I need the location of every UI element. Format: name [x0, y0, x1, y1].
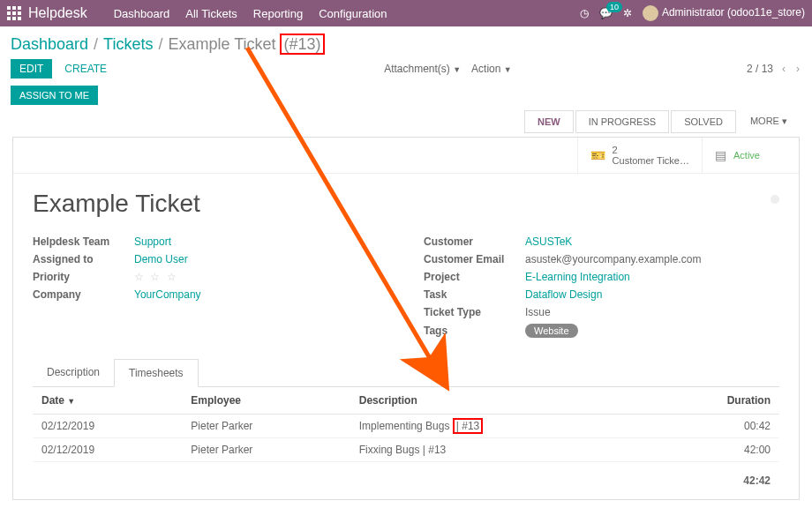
ticket-id-highlight: | #13	[453, 418, 483, 434]
clock-icon[interactable]: ◷	[580, 7, 589, 19]
stat-buttons: 🎫 2Customer Ticke… ▤ Active	[13, 138, 799, 174]
nav-all-tickets[interactable]: All Tickets	[185, 7, 237, 20]
breadcrumb-tickets[interactable]: Tickets	[103, 35, 153, 54]
breadcrumb-sep: /	[94, 35, 98, 54]
stage-in-progress[interactable]: IN PROGRESS	[575, 110, 669, 133]
fields-left: Helpdesk TeamSupport Assigned toDemo Use…	[33, 235, 388, 343]
label-team: Helpdesk Team	[33, 235, 134, 248]
timesheets-total: 42:42	[650, 462, 779, 493]
value-company[interactable]: YourCompany	[134, 288, 201, 301]
stage-solved[interactable]: SOLVED	[671, 110, 736, 133]
label-company: Company	[33, 288, 134, 301]
edit-button[interactable]: EDIT	[11, 59, 52, 78]
stages: NEW IN PROGRESS SOLVED MORE ▾	[524, 110, 800, 133]
breadcrumb-dashboard[interactable]: Dashboard	[11, 35, 88, 54]
table-row[interactable]: 02/12/2019Pieter ParkerImplementing Bugs…	[33, 415, 779, 438]
caret-down-icon: ▼	[504, 65, 512, 74]
kanban-state-dot[interactable]	[771, 195, 779, 204]
label-type: Ticket Type	[424, 306, 525, 318]
center-actions: Attachment(s) ▼ Action ▼	[384, 63, 512, 75]
pager-prev[interactable]: ‹	[780, 63, 787, 75]
nav-dashboard[interactable]: Dashboard	[114, 7, 170, 20]
value-team[interactable]: Support	[134, 235, 171, 248]
svg-rect-6	[7, 17, 11, 20]
sort-desc-icon: ▼	[67, 397, 75, 406]
svg-rect-8	[18, 17, 21, 20]
svg-rect-2	[18, 6, 21, 10]
label-assigned: Assigned to	[33, 253, 134, 265]
form-body: Example Ticket Helpdesk TeamSupport Assi…	[13, 174, 799, 499]
priority-stars[interactable]: ☆ ☆ ☆	[134, 271, 178, 283]
cell-duration: 00:42	[650, 415, 779, 438]
breadcrumb: Dashboard / Tickets / Example Ticket (#1…	[11, 35, 801, 54]
cell-date: 02/12/2019	[33, 438, 182, 462]
debug-icon[interactable]: ✲	[623, 7, 632, 19]
stage-new[interactable]: NEW	[524, 110, 574, 133]
breadcrumb-bar: Dashboard / Tickets / Example Ticket (#1…	[0, 26, 812, 54]
svg-rect-0	[7, 6, 11, 10]
label-priority: Priority	[33, 271, 134, 283]
user-menu[interactable]: Administrator (odoo11e_store)	[643, 5, 805, 21]
svg-rect-7	[12, 17, 16, 20]
value-assigned[interactable]: Demo User	[134, 253, 188, 265]
value-customer[interactable]: ASUSTeK	[525, 235, 572, 248]
control-bar: EDIT CREATE Attachment(s) ▼ Action ▼ 2 /…	[0, 54, 812, 86]
cell-date: 02/12/2019	[33, 415, 182, 438]
table-row[interactable]: 02/12/2019Pieter ParkerFixxing Bugs | #1…	[33, 438, 779, 462]
nav-reporting[interactable]: Reporting	[253, 7, 303, 20]
cell-description: Fixxing Bugs | #13	[350, 438, 650, 462]
messaging-icon[interactable]: 💬10	[599, 7, 613, 19]
form-wrap: 🎫 2Customer Ticke… ▤ Active Example Tick…	[0, 137, 812, 508]
col-description[interactable]: Description	[350, 387, 650, 415]
cell-employee: Pieter Parker	[182, 438, 350, 462]
archive-icon: ▤	[715, 148, 726, 162]
pager: 2 / 13 ‹ ›	[747, 63, 801, 75]
record-title: Example Ticket	[33, 190, 779, 218]
avatar-icon	[643, 5, 658, 21]
breadcrumb-sep: /	[158, 35, 162, 54]
label-customer: Customer	[424, 235, 525, 248]
ticket-icon: 🎫	[590, 148, 605, 162]
cell-duration: 42:00	[650, 438, 779, 462]
ticket-id-highlight: (#13)	[280, 34, 324, 55]
stat-active[interactable]: ▤ Active	[702, 138, 799, 173]
value-task[interactable]: Dataflow Design	[525, 288, 602, 301]
col-duration[interactable]: Duration	[650, 387, 779, 415]
assign-to-me-button[interactable]: ASSIGN TO ME	[11, 86, 98, 105]
cell-employee: Pieter Parker	[182, 415, 350, 438]
notification-count: 10	[606, 2, 622, 12]
label-email: Customer Email	[424, 253, 525, 265]
value-project[interactable]: E-Learning Integration	[525, 271, 630, 283]
col-employee[interactable]: Employee	[182, 387, 350, 415]
pager-next[interactable]: ›	[794, 63, 801, 75]
app-name[interactable]: Helpdesk	[28, 5, 87, 21]
svg-rect-5	[18, 11, 21, 15]
top-right: ◷ 💬10 ✲ Administrator (odoo11e_store)	[580, 5, 805, 21]
attachments-dropdown[interactable]: Attachment(s) ▼	[384, 63, 461, 75]
stat-customer-tickets[interactable]: 🎫 2Customer Ticke…	[577, 138, 702, 173]
tab-timesheets[interactable]: Timesheets	[114, 359, 199, 387]
svg-rect-4	[12, 11, 16, 15]
timesheets-table: Date ▼ Employee Description Duration 02/…	[33, 387, 779, 492]
nav-configuration[interactable]: Configuration	[319, 7, 387, 20]
caret-down-icon: ▾	[782, 116, 787, 126]
form: 🎫 2Customer Ticke… ▤ Active Example Tick…	[12, 137, 800, 500]
form-tabs: Description Timesheets	[33, 359, 779, 387]
value-email: asustek@yourcompany.example.com	[525, 253, 701, 265]
tag-website[interactable]: Website	[525, 324, 578, 338]
stage-more[interactable]: MORE ▾	[738, 110, 800, 133]
action-dropdown[interactable]: Action ▼	[471, 63, 512, 75]
col-date[interactable]: Date ▼	[33, 387, 182, 415]
tab-description[interactable]: Description	[33, 359, 114, 386]
breadcrumb-current: Example Ticket (#13)	[168, 35, 324, 54]
create-button[interactable]: CREATE	[56, 59, 116, 78]
pager-text: 2 / 13	[747, 63, 773, 75]
label-tags: Tags	[424, 325, 525, 337]
svg-rect-3	[7, 11, 11, 15]
status-bar: NEW IN PROGRESS SOLVED MORE ▾	[0, 110, 812, 137]
value-type: Issue	[525, 306, 551, 318]
apps-icon[interactable]	[7, 6, 21, 20]
cell-description: Implementing Bugs | #13	[350, 415, 650, 438]
fields-right: CustomerASUSTeK Customer Emailasustek@yo…	[424, 235, 779, 343]
label-task: Task	[424, 288, 525, 301]
